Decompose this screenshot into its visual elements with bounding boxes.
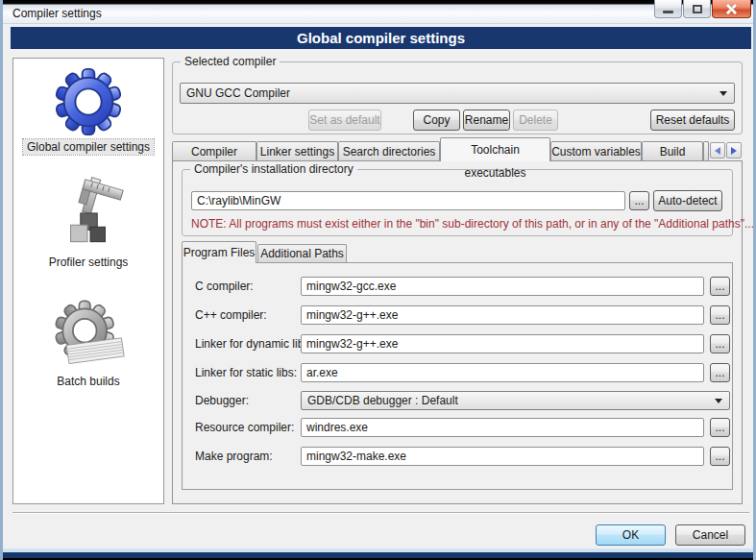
- sidebar-item-label: Profiler settings: [45, 255, 133, 270]
- rename-button[interactable]: Rename: [463, 110, 510, 131]
- set-as-default-button[interactable]: Set as default: [308, 110, 381, 131]
- arrow-right-icon: [731, 147, 737, 155]
- page-title: Global compiler settings: [11, 27, 751, 49]
- resource-compiler-input[interactable]: [301, 418, 704, 437]
- linker-dynamic-input[interactable]: [301, 334, 704, 353]
- maximize-icon: [693, 5, 702, 13]
- maximize-button[interactable]: [683, 0, 711, 18]
- browse-resource-compiler-button[interactable]: ...: [710, 418, 730, 437]
- cpp-compiler-label: C++ compiler:: [195, 308, 267, 322]
- tab-search-directories[interactable]: Search directories: [338, 141, 440, 161]
- browse-cpp-compiler-button[interactable]: ...: [710, 305, 730, 325]
- resource-compiler-label: Resource compiler:: [195, 421, 294, 434]
- linker-dynamic-label: Linker for dynamic libs:: [195, 337, 313, 351]
- chevron-down-icon: [719, 91, 727, 96]
- arrow-left-icon: [715, 147, 720, 155]
- browse-c-compiler-button[interactable]: ...: [710, 277, 730, 296]
- selected-compiler-group-label: Selected compiler: [181, 55, 280, 68]
- tab-linker-settings[interactable]: Linker settings: [256, 141, 338, 161]
- make-program-label: Make program:: [195, 450, 273, 463]
- browse-linker-dynamic-button[interactable]: ...: [710, 334, 730, 353]
- selected-compiler-combobox[interactable]: GNU GCC Compiler: [180, 83, 735, 104]
- reset-defaults-button[interactable]: Reset defaults: [650, 110, 735, 131]
- linker-static-label: Linker for static libs:: [195, 366, 297, 379]
- footer-separator: [12, 512, 749, 514]
- blue-gear-icon: [51, 64, 126, 139]
- tab-custom-variables[interactable]: Custom variables: [550, 141, 642, 161]
- bin-subdirectory-note: NOTE: All programs must exist either in …: [191, 217, 754, 231]
- make-program-input[interactable]: [301, 447, 704, 466]
- sidebar-item-label: Batch builds: [53, 374, 123, 389]
- settings-category-sidebar: Global compiler settings Profiler settin…: [12, 58, 164, 504]
- window-title: Compiler settings: [12, 7, 102, 20]
- compiler-settings-dialog: Compiler settings Global compiler settin…: [0, 0, 756, 560]
- close-button[interactable]: [712, 0, 751, 18]
- debugger-label: Debugger:: [195, 394, 249, 407]
- c-compiler-label: C compiler:: [195, 280, 254, 293]
- tab-scroll-right-button[interactable]: [726, 142, 742, 158]
- tab-compiler-settings[interactable]: Compiler settings: [172, 141, 256, 161]
- sidebar-item-profiler-settings[interactable]: Profiler settings: [13, 176, 163, 270]
- window-frame-bottom: [3, 548, 753, 560]
- copy-button[interactable]: Copy: [413, 110, 460, 131]
- browse-install-dir-button[interactable]: ...: [629, 191, 649, 210]
- sidebar-item-batch-builds[interactable]: Batch builds: [13, 295, 163, 389]
- delete-button[interactable]: Delete: [513, 110, 558, 131]
- debugger-value: GDB/CDB debugger : Default: [307, 394, 458, 407]
- minimize-icon: [663, 11, 673, 13]
- sidebar-item-label: Global compiler settings: [23, 139, 154, 155]
- selected-compiler-value: GNU GCC Compiler: [186, 86, 290, 100]
- installation-directory-input[interactable]: [191, 191, 625, 210]
- cancel-button[interactable]: Cancel: [675, 524, 745, 546]
- tab-scroll-left-button[interactable]: [710, 142, 725, 158]
- subtab-program-files[interactable]: Program Files: [182, 241, 256, 263]
- linker-static-input[interactable]: [301, 363, 704, 382]
- c-compiler-input[interactable]: [301, 277, 704, 296]
- auto-detect-button[interactable]: Auto-detect: [653, 190, 722, 211]
- sidebar-item-global-compiler-settings[interactable]: Global compiler settings: [13, 64, 163, 155]
- chevron-down-icon: [715, 399, 722, 403]
- gray-gear-stack-icon: [48, 295, 129, 374]
- tab-build-options[interactable]: Build options: [642, 141, 703, 161]
- subtab-additional-paths[interactable]: Additional Paths: [257, 244, 347, 263]
- close-icon: [725, 3, 738, 15]
- tab-toolchain-executables[interactable]: Toolchain executables: [440, 137, 550, 161]
- title-bar[interactable]: Compiler settings: [0, 0, 756, 24]
- caliper-cubes-icon: [51, 176, 126, 255]
- browse-make-program-button[interactable]: ...: [710, 447, 730, 466]
- installation-directory-group-label: Compiler's installation directory: [190, 162, 357, 176]
- tab-partial-clipped[interactable]: [703, 141, 709, 161]
- browse-linker-static-button[interactable]: ...: [710, 363, 730, 382]
- cpp-compiler-input[interactable]: [301, 305, 704, 325]
- minimize-button[interactable]: [654, 0, 682, 18]
- ok-button[interactable]: OK: [596, 524, 666, 546]
- debugger-combobox[interactable]: GDB/CDB debugger : Default: [301, 391, 730, 410]
